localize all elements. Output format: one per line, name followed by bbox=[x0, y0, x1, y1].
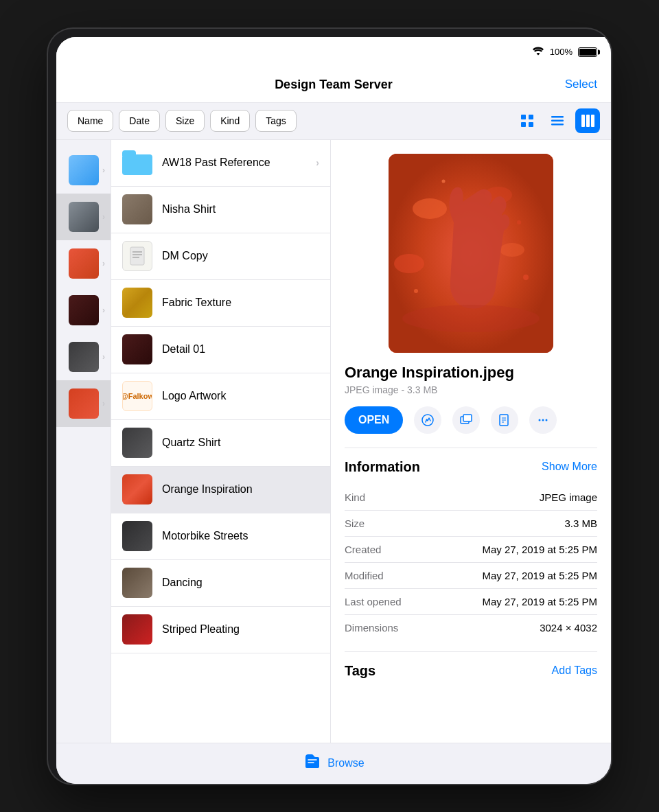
more-button[interactable] bbox=[529, 406, 557, 434]
svg-rect-8 bbox=[586, 115, 590, 127]
file-name-nisha: Nisha Shirt bbox=[162, 203, 216, 216]
file-item-dm[interactable]: DM Copy bbox=[111, 233, 330, 280]
show-more-button[interactable]: Show More bbox=[542, 461, 597, 473]
sort-size-button[interactable]: Size bbox=[165, 110, 205, 132]
tags-section: Tags Add Tags bbox=[331, 652, 611, 690]
chevron-icon-3: › bbox=[102, 305, 105, 315]
file-name-dancing: Dancing bbox=[162, 577, 203, 589]
svg-rect-26 bbox=[463, 415, 472, 421]
info-header: Information Show More bbox=[345, 459, 597, 475]
preview-file-size: 3.3 MB bbox=[407, 384, 437, 395]
open-button[interactable]: OPEN bbox=[345, 406, 403, 434]
svg-rect-10 bbox=[130, 247, 144, 265]
svg-rect-4 bbox=[551, 116, 564, 118]
info-label-size: Size bbox=[345, 518, 365, 529]
file-item-detail[interactable]: Detail 01 bbox=[111, 327, 330, 373]
chevron-icon-4: › bbox=[102, 352, 105, 362]
info-label-modified: Modified bbox=[345, 570, 384, 581]
svg-point-23 bbox=[517, 220, 521, 224]
battery-icon bbox=[578, 47, 597, 57]
add-tags-button[interactable]: Add Tags bbox=[552, 664, 597, 677]
browse-tab[interactable]: Browse bbox=[303, 752, 364, 775]
file-name-detail: Detail 01 bbox=[162, 343, 205, 356]
view-column-button[interactable] bbox=[575, 108, 600, 133]
file-name-aw18: AW18 Past Reference bbox=[162, 156, 270, 169]
file-item-orange[interactable]: Orange Inspiration bbox=[111, 467, 330, 513]
main-content: › › › › › bbox=[56, 140, 611, 743]
browse-tab-label: Browse bbox=[327, 757, 364, 769]
info-value-size: 3.3 MB bbox=[564, 518, 597, 529]
sort-bar: Name Date Size Kind Tags bbox=[56, 103, 611, 140]
sidebar-thumb-2 bbox=[69, 248, 99, 279]
svg-rect-5 bbox=[551, 120, 564, 122]
window-button[interactable] bbox=[452, 406, 480, 434]
wifi-icon bbox=[532, 47, 544, 58]
sidebar-item-0[interactable]: › bbox=[56, 147, 111, 194]
ipad-frame: 100% Design Team Server Select Name Date… bbox=[48, 29, 611, 784]
pdf-button[interactable] bbox=[491, 406, 518, 434]
file-thumb-detail bbox=[122, 334, 152, 364]
svg-point-33 bbox=[546, 419, 548, 421]
sidebar-item-4[interactable]: › bbox=[56, 334, 111, 380]
view-grid-button[interactable] bbox=[515, 108, 540, 133]
file-item-aw18[interactable]: AW18 Past Reference › bbox=[111, 140, 330, 187]
header: Design Team Server Select bbox=[56, 67, 611, 103]
sidebar-item-3[interactable]: › bbox=[56, 287, 111, 334]
svg-rect-0 bbox=[521, 115, 526, 119]
file-name-dm: DM Copy bbox=[162, 250, 208, 262]
sidebar-thumb-4 bbox=[69, 342, 99, 372]
svg-rect-1 bbox=[529, 115, 533, 119]
chevron-icon-1: › bbox=[102, 212, 105, 222]
preview-file-name: Orange Inspiration.jpeg bbox=[331, 364, 611, 384]
sort-kind-button[interactable]: Kind bbox=[210, 110, 250, 132]
svg-point-20 bbox=[414, 289, 418, 293]
preview-file-meta: JPEG image - 3.3 MB bbox=[331, 384, 611, 406]
sort-date-button[interactable]: Date bbox=[119, 110, 160, 132]
status-bar: 100% bbox=[56, 37, 611, 67]
file-name-orange: Orange Inspiration bbox=[162, 483, 253, 496]
sidebar-item-2[interactable]: › bbox=[56, 240, 111, 287]
file-thumb-aw18 bbox=[122, 148, 152, 178]
view-list-button[interactable] bbox=[545, 108, 570, 133]
file-name-fabric: Fabric Texture bbox=[162, 297, 231, 309]
info-label-dimensions: Dimensions bbox=[345, 622, 398, 634]
file-item-nisha[interactable]: Nisha Shirt bbox=[111, 187, 330, 233]
sidebar-left: › › › › › bbox=[56, 140, 111, 743]
markup-button[interactable] bbox=[414, 406, 441, 434]
action-buttons: OPEN bbox=[331, 406, 611, 448]
file-item-quartz[interactable]: Quartz Shirt bbox=[111, 420, 330, 467]
screen: 100% Design Team Server Select Name Date… bbox=[56, 37, 611, 784]
file-item-moto[interactable]: Motorbike Streets bbox=[111, 513, 330, 560]
file-thumb-moto bbox=[122, 521, 152, 551]
sort-tags-button[interactable]: Tags bbox=[255, 110, 297, 132]
preview-img-content bbox=[389, 154, 553, 353]
preview-file-type: JPEG image bbox=[345, 384, 399, 395]
sidebar-item-1[interactable]: › bbox=[56, 194, 111, 240]
svg-point-15 bbox=[413, 198, 447, 219]
file-item-fabric[interactable]: Fabric Texture bbox=[111, 280, 330, 327]
chevron-icon-0: › bbox=[102, 165, 105, 175]
sort-name-button[interactable]: Name bbox=[67, 110, 113, 132]
folder-icon-aw18 bbox=[122, 150, 152, 175]
svg-rect-2 bbox=[521, 122, 526, 127]
file-thumb-logo: @Falkow bbox=[122, 381, 152, 411]
info-label-last-opened: Last opened bbox=[345, 596, 402, 607]
tab-bar: Browse bbox=[56, 743, 611, 784]
tags-title: Tags bbox=[345, 663, 375, 679]
svg-point-22 bbox=[442, 179, 446, 183]
page-title: Design Team Server bbox=[275, 78, 393, 92]
file-item-logo[interactable]: @Falkow Logo Artwork bbox=[111, 373, 330, 420]
info-value-modified: May 27, 2019 at 5:25 PM bbox=[482, 570, 597, 581]
file-item-striped[interactable]: Striped Pleating bbox=[111, 607, 330, 653]
info-value-created: May 27, 2019 at 5:25 PM bbox=[482, 544, 597, 555]
file-name-striped: Striped Pleating bbox=[162, 623, 240, 636]
info-value-last-opened: May 27, 2019 at 5:25 PM bbox=[482, 596, 597, 607]
file-item-dancing[interactable]: Dancing bbox=[111, 560, 330, 607]
preview-file-size-separator: - bbox=[401, 384, 407, 395]
info-row-kind: Kind JPEG image bbox=[345, 485, 597, 511]
select-button[interactable]: Select bbox=[565, 78, 597, 91]
file-name-moto: Motorbike Streets bbox=[162, 530, 248, 542]
info-row-modified: Modified May 27, 2019 at 5:25 PM bbox=[345, 563, 597, 589]
sidebar-item-5[interactable]: › bbox=[56, 380, 111, 427]
svg-point-31 bbox=[539, 419, 541, 421]
